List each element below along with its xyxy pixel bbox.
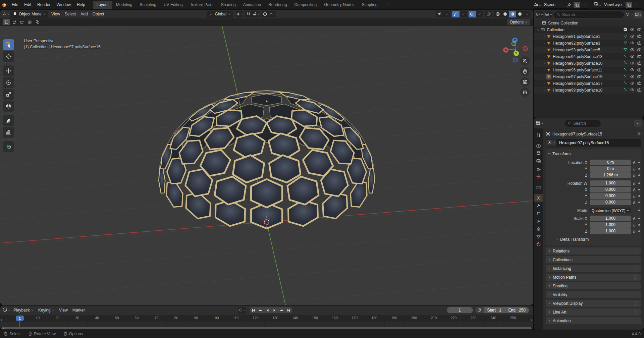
lock-icon[interactable]: [632, 173, 636, 177]
value-field[interactable]: 1.000: [590, 180, 631, 186]
section-animation[interactable]: Animation::::::::: [546, 317, 641, 324]
lock-icon[interactable]: [632, 223, 636, 227]
play-icon[interactable]: [271, 307, 278, 313]
lock-icon[interactable]: [632, 188, 636, 192]
transform-orientation-dropdown[interactable]: Global: [207, 11, 233, 18]
eye-icon[interactable]: [630, 74, 635, 80]
eye-icon[interactable]: [630, 27, 635, 33]
camera-icon[interactable]: [637, 88, 642, 93]
properties-tab-scene[interactable]: [534, 165, 543, 173]
outliner-scene-collection[interactable]: Scene Collection: [534, 20, 644, 26]
jump-end-icon[interactable]: [285, 307, 292, 313]
playhead[interactable]: 1: [16, 316, 24, 321]
outliner-item[interactable]: Hexagone92:polySurface3: [534, 40, 644, 47]
xray-icon[interactable]: [485, 11, 492, 17]
select-new-icon[interactable]: [3, 19, 10, 25]
outliner-item[interactable]: Hexagone99:polySurface18: [534, 87, 644, 94]
timeline-menu-marker[interactable]: Marker: [70, 308, 87, 313]
eye-icon[interactable]: [630, 47, 635, 53]
timeline-track[interactable]: [0, 322, 533, 327]
properties-tab-modifiers[interactable]: [534, 202, 543, 210]
tab-animation[interactable]: Animation: [239, 1, 265, 9]
tool-rotate[interactable]: [3, 77, 14, 88]
outliner-item[interactable]: Hexagone93:polySurface5: [534, 47, 644, 53]
lock-icon[interactable]: [632, 161, 636, 165]
ortho-grid-icon[interactable]: [520, 88, 530, 97]
expand-arrow-icon[interactable]: ›: [1, 318, 2, 322]
transform-panel-header[interactable]: Transform ::::::::: [548, 151, 639, 157]
timeline-menu-keying[interactable]: Keying: [36, 308, 57, 313]
outliner-item[interactable]: Hexagone94:polySurface13: [534, 53, 644, 60]
viewport-3d[interactable]: Object Mode ViewSelectAddObject Global O…: [0, 10, 533, 305]
animate-dot[interactable]: [638, 189, 640, 190]
lock-icon[interactable]: [632, 181, 636, 185]
filter-icon[interactable]: [625, 11, 633, 18]
value-field[interactable]: 1.000: [590, 222, 631, 228]
viewlayer-selector[interactable]: ViewLayer: [592, 1, 642, 9]
auto-key-button[interactable]: [238, 307, 246, 314]
outliner-item[interactable]: Hexagone95:polySurface10: [534, 60, 644, 67]
eye-icon[interactable]: [630, 41, 635, 46]
wireframe-icon[interactable]: [494, 11, 501, 17]
mode-dropdown[interactable]: Object Mode: [10, 11, 48, 18]
play-reverse-icon[interactable]: [264, 307, 271, 313]
menu-edit[interactable]: Edit: [21, 0, 34, 9]
pin-icon[interactable]: [637, 131, 641, 137]
section-instancing[interactable]: Instancing::::::::: [546, 265, 641, 272]
animate-dot[interactable]: [638, 230, 640, 232]
properties-search-input[interactable]: Search: [565, 120, 601, 127]
tab-modeling[interactable]: Modeling: [112, 1, 136, 9]
value-field[interactable]: 1.266 m: [590, 172, 631, 178]
close-icon[interactable]: [634, 2, 640, 8]
current-frame-field[interactable]: 1: [447, 307, 473, 313]
viewport-menu-object[interactable]: Object: [90, 12, 107, 16]
copy-icon[interactable]: [574, 2, 580, 8]
prev-keyframe-icon[interactable]: [257, 307, 264, 313]
properties-tab-output[interactable]: [534, 150, 543, 157]
animate-dot[interactable]: [638, 162, 640, 163]
editor-type-button[interactable]: [2, 307, 10, 314]
eye-icon[interactable]: [630, 81, 635, 87]
chevron-down-icon[interactable]: [460, 11, 467, 17]
viewport-menu-view[interactable]: View: [49, 12, 62, 16]
properties-tab-world[interactable]: [534, 173, 543, 180]
timeline-menu-playback[interactable]: Playback: [11, 308, 36, 313]
filter-collection-icon[interactable]: [545, 11, 552, 18]
copy-icon[interactable]: [626, 2, 632, 8]
value-field[interactable]: 0 m: [590, 166, 631, 172]
new-collection-icon[interactable]: [634, 11, 642, 18]
eye-icon[interactable]: [630, 34, 635, 40]
value-field[interactable]: 1.000: [590, 216, 631, 221]
lock-icon[interactable]: [632, 201, 636, 205]
zoom-icon[interactable]: [520, 56, 530, 66]
animate-dot[interactable]: [638, 174, 640, 176]
camera-view-icon[interactable]: [520, 77, 530, 87]
tool-scale[interactable]: [3, 89, 14, 100]
stopwatch-icon[interactable]: [475, 307, 484, 313]
animate-dot[interactable]: [638, 182, 640, 184]
chevron-down-icon[interactable]: [476, 11, 483, 17]
add-workspace-button[interactable]: [381, 0, 393, 9]
object-id-dropdown[interactable]: [546, 139, 557, 147]
menu-help[interactable]: Help: [74, 0, 88, 9]
menu-file[interactable]: File: [9, 0, 21, 9]
camera-icon[interactable]: [637, 67, 642, 73]
properties-tab-object[interactable]: [534, 194, 543, 202]
menu-window[interactable]: Window: [53, 0, 74, 9]
camera-icon[interactable]: [637, 27, 642, 33]
tab-texture-paint[interactable]: Texture Paint: [186, 1, 217, 9]
select-extend-icon[interactable]: [11, 19, 18, 25]
pin-icon[interactable]: [566, 2, 572, 8]
section-collections[interactable]: Collections::::::::: [546, 256, 641, 263]
camera-icon[interactable]: [637, 61, 642, 66]
viewport-menu-select[interactable]: Select: [62, 12, 78, 16]
rendered-icon[interactable]: [516, 11, 524, 17]
collapse-arrow-icon[interactable]: ‹: [531, 318, 532, 322]
tool-annotate[interactable]: [3, 115, 14, 126]
animate-dot[interactable]: [638, 195, 640, 197]
section-relations[interactable]: Relations::::::::: [546, 247, 641, 255]
value-field[interactable]: 0.000: [590, 200, 631, 205]
eye-icon[interactable]: [630, 88, 635, 93]
timeline-scrollbar[interactable]: [0, 327, 533, 330]
gizmo-icon[interactable]: [452, 11, 460, 17]
